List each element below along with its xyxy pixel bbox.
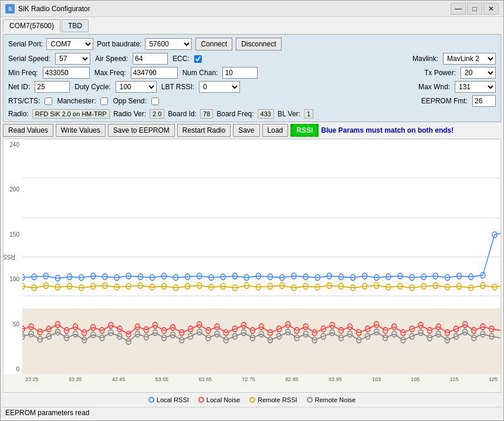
x-label-125: 125 bbox=[489, 376, 498, 382]
ecc-checkbox[interactable] bbox=[194, 55, 202, 63]
legend-dot-local-noise bbox=[198, 397, 204, 403]
radio-info-row: Radio: RFD SiK 2.0 on HM-TRP Radio Ver: … bbox=[8, 109, 496, 119]
chart-bg: 0 50 100 150 200 240 RSSI bbox=[4, 139, 500, 375]
tx-power-select[interactable]: 20 bbox=[461, 67, 496, 79]
y-label-240: 240 bbox=[5, 142, 21, 148]
x-label-53: 53 55 bbox=[155, 376, 169, 382]
tab-tbd[interactable]: TBD bbox=[62, 19, 89, 32]
save-button[interactable]: Save bbox=[233, 124, 259, 137]
baudrate-select[interactable]: 57600 bbox=[145, 38, 192, 50]
num-chan-input[interactable] bbox=[222, 67, 258, 79]
main-window: S SiK Radio Configurator — □ ✕ COM7(5760… bbox=[0, 0, 504, 421]
svg-rect-6 bbox=[22, 308, 500, 375]
blue-message: Blue Params must match on both ends! bbox=[321, 126, 454, 134]
legend-dot-remote-noise bbox=[307, 397, 313, 403]
legend-dot-remote-rssi bbox=[249, 397, 255, 403]
port-baudrate-label: Port baudrate: bbox=[97, 40, 141, 48]
action-row: Read Values Write Values Save to EEPROM … bbox=[3, 124, 501, 137]
min-freq-input[interactable] bbox=[43, 67, 90, 79]
x-label-93: 93 95 bbox=[329, 376, 342, 382]
params-row4: RTS/CTS: Manchester: Opp Send: EEPROM Fm… bbox=[8, 95, 496, 107]
legend-local-noise: Local Noise bbox=[198, 396, 240, 403]
board-id-label: Board Id: bbox=[168, 110, 197, 118]
status-text: EEPROM parameters read bbox=[5, 409, 89, 417]
radio-label: Radio: bbox=[8, 110, 29, 118]
rts-cts-checkbox[interactable] bbox=[45, 97, 52, 105]
x-label-33: 33 35 bbox=[69, 376, 82, 382]
serial-speed-select[interactable]: 57 bbox=[55, 53, 90, 65]
y-label-150: 150 bbox=[5, 231, 21, 238]
ecc-label: ECC: bbox=[172, 55, 190, 63]
net-id-label: Net ID: bbox=[8, 83, 30, 91]
save-to-eeprom-button[interactable]: Save to EEPROM bbox=[108, 124, 175, 137]
board-freq-value: 433 bbox=[258, 109, 274, 119]
max-wnd-select[interactable]: 131 bbox=[455, 81, 496, 93]
bl-ver-label: BL Ver: bbox=[278, 110, 300, 118]
config-panel: Serial Port: COM7 Port baudrate: 57600 C… bbox=[3, 34, 501, 122]
serial-port-row: Serial Port: COM7 Port baudrate: 57600 C… bbox=[8, 38, 496, 50]
minimize-button[interactable]: — bbox=[451, 3, 466, 15]
x-label-43: 42 45 bbox=[112, 376, 126, 382]
lbt-rssi-label: LBT RSSI: bbox=[161, 83, 194, 91]
close-button[interactable]: ✕ bbox=[483, 3, 499, 15]
serial-port-select[interactable]: COM7 bbox=[46, 38, 93, 50]
eeprom-fmt-input[interactable] bbox=[472, 95, 496, 107]
y-label-0: 0 bbox=[5, 366, 21, 372]
connect-button[interactable]: Connect bbox=[195, 38, 232, 50]
maximize-button[interactable]: □ bbox=[467, 3, 482, 15]
max-freq-label: Max Freq: bbox=[94, 69, 126, 77]
title-bar: S SiK Radio Configurator — □ ✕ bbox=[1, 1, 503, 17]
y-label-100: 100 bbox=[5, 276, 21, 282]
board-freq-label: Board Freq: bbox=[217, 110, 253, 118]
x-axis: 23 25 33 35 42 45 53 55 63 65 72 75 82 8… bbox=[22, 375, 500, 392]
air-speed-label: Air Speed: bbox=[95, 55, 128, 63]
x-label-72: 72 75 bbox=[242, 376, 255, 382]
legend-remote-noise: Remote Noise bbox=[307, 396, 356, 403]
manchester-label: Manchester: bbox=[57, 97, 96, 105]
read-values-button[interactable]: Read Values bbox=[3, 124, 53, 137]
y-label-200: 200 bbox=[5, 186, 21, 193]
serial-port-label: Serial Port: bbox=[8, 40, 43, 48]
manchester-checkbox[interactable] bbox=[100, 97, 108, 105]
rssi-button[interactable]: RSSI bbox=[290, 124, 319, 137]
legend-remote-rssi: Remote RSSI bbox=[249, 396, 297, 403]
max-wnd-label: Max Wnd: bbox=[418, 83, 450, 91]
radio-ver-value: 2.0 bbox=[150, 109, 164, 119]
tab-com7[interactable]: COM7(57600) bbox=[3, 19, 60, 32]
x-label-115: 115 bbox=[450, 376, 459, 382]
net-id-input[interactable] bbox=[35, 81, 70, 93]
max-freq-input[interactable] bbox=[131, 67, 178, 79]
duty-cycle-select[interactable]: 100 bbox=[116, 81, 157, 93]
x-label-23: 23 25 bbox=[25, 376, 39, 382]
tx-power-label: Tx Power: bbox=[424, 69, 456, 77]
chart-area: 0 50 100 150 200 240 RSSI bbox=[3, 139, 501, 393]
params-row2: Min Freq: Max Freq: Num Chan: Tx Power: … bbox=[8, 67, 496, 79]
app-icon: S bbox=[5, 4, 15, 14]
load-button[interactable]: Load bbox=[262, 124, 289, 137]
params-row1: Serial Speed: 57 Air Speed: ECC: Mavlink… bbox=[8, 53, 496, 65]
x-label-83: 82 85 bbox=[285, 376, 299, 382]
opp-send-checkbox[interactable] bbox=[151, 97, 159, 105]
min-freq-label: Min Freq: bbox=[8, 69, 38, 77]
board-id-value: 78 bbox=[200, 109, 213, 119]
serial-speed-label: Serial Speed: bbox=[8, 55, 50, 63]
x-label-63: 63 65 bbox=[198, 376, 212, 382]
num-chan-label: Num Chan: bbox=[182, 69, 218, 77]
y-label-50: 50 bbox=[5, 321, 21, 328]
x-label-103: 103 bbox=[372, 376, 381, 382]
rts-cts-label: RTS/CTS: bbox=[8, 97, 40, 105]
radio-ver-label: Radio Ver: bbox=[113, 110, 146, 118]
x-labels-row: 23 25 33 35 42 45 53 55 63 65 72 75 82 8… bbox=[22, 376, 500, 382]
chart-legend: Local RSSI Local Noise Remote RSSI Remot… bbox=[3, 395, 501, 405]
mavlink-select[interactable]: MavLink 2 bbox=[443, 53, 496, 65]
legend-local-rssi: Local RSSI bbox=[148, 396, 189, 403]
air-speed-input[interactable] bbox=[133, 53, 168, 65]
write-values-button[interactable]: Write Values bbox=[56, 124, 106, 137]
status-bar: EEPROM parameters read bbox=[3, 407, 501, 418]
restart-radio-button[interactable]: Restart Radio bbox=[177, 124, 231, 137]
lbt-rssi-select[interactable]: 0 bbox=[199, 81, 240, 93]
opp-send-label: Opp Send: bbox=[113, 97, 146, 105]
radio-value: RFD SiK 2.0 on HM-TRP bbox=[32, 109, 110, 119]
bl-ver-value: 1 bbox=[304, 109, 313, 119]
disconnect-button[interactable]: Disconnect bbox=[236, 38, 281, 50]
